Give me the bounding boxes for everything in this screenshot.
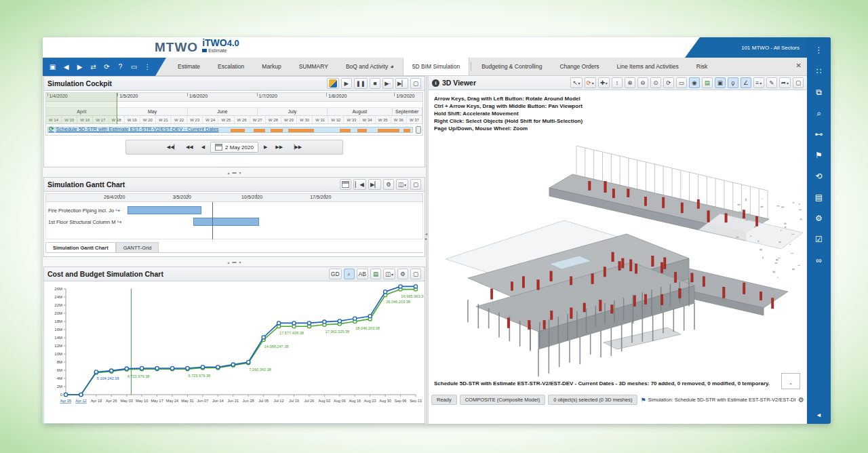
search-icon[interactable]: ⌕ bbox=[811, 105, 827, 121]
skip-last-icon[interactable]: ▕▶▶ bbox=[288, 143, 304, 151]
status-model[interactable]: COMPOSITE (Composite Model) bbox=[460, 395, 545, 405]
red-column[interactable] bbox=[543, 320, 545, 329]
cost-budget-line-chart[interactable]: 02M4M6M8M10M12M14M16M18M20M22M24M26MApr … bbox=[45, 283, 424, 410]
gantt-tab-simulation-gantt-chart[interactable]: Simulation Gantt Chart bbox=[45, 242, 116, 252]
settings-gear-icon[interactable]: ⚙ bbox=[798, 396, 804, 403]
tools-icon[interactable]: ⚙ bbox=[811, 210, 827, 226]
red-column[interactable] bbox=[772, 298, 774, 309]
zoom-in-icon[interactable]: ⊕ bbox=[625, 77, 635, 88]
device-icon[interactable] bbox=[416, 126, 421, 134]
zoom-out-icon[interactable]: ⊖ bbox=[637, 77, 648, 88]
blue-series-point[interactable] bbox=[323, 320, 326, 323]
gantt-bar[interactable] bbox=[127, 206, 201, 214]
collapse-arrow-icon[interactable]: ◄ bbox=[816, 412, 822, 418]
blue-series-point[interactable] bbox=[399, 285, 402, 288]
calendar-icon[interactable] bbox=[340, 179, 351, 190]
red-column[interactable] bbox=[743, 210, 745, 218]
forward-step-icon[interactable]: ▶ bbox=[261, 143, 270, 151]
bulb-icon[interactable]: ϙ bbox=[728, 77, 738, 88]
blue-series-point[interactable] bbox=[338, 319, 341, 323]
red-column[interactable] bbox=[599, 300, 601, 311]
red-column[interactable] bbox=[691, 273, 693, 282]
red-column[interactable] bbox=[522, 277, 524, 288]
blue-series-point[interactable] bbox=[110, 369, 113, 372]
red-column[interactable] bbox=[633, 296, 635, 307]
blue-series-point[interactable] bbox=[247, 360, 250, 363]
maximize-icon[interactable]: ▢ bbox=[410, 269, 421, 279]
collapse-panel-button[interactable]: ⌃ bbox=[781, 373, 800, 389]
red-column[interactable] bbox=[630, 260, 632, 271]
red-column[interactable] bbox=[652, 256, 654, 267]
stop-icon[interactable]: ■ bbox=[370, 78, 380, 89]
annotate-icon[interactable]: ✎ bbox=[766, 77, 777, 88]
red-column[interactable] bbox=[591, 274, 593, 284]
blue-series-point[interactable] bbox=[155, 366, 159, 370]
splitter-handle[interactable]: ▴▬▾ bbox=[43, 169, 425, 176]
message-flag-icon[interactable]: ⚑ bbox=[811, 147, 827, 163]
save-icon[interactable]: ▣ bbox=[47, 61, 58, 73]
red-column[interactable] bbox=[507, 318, 509, 328]
red-column[interactable] bbox=[725, 214, 727, 222]
blue-series-point[interactable] bbox=[307, 321, 311, 325]
labels-toggle-icon[interactable]: AB bbox=[357, 269, 368, 279]
tab-boq-and-activity[interactable]: BoQ and Activity◕ bbox=[337, 58, 403, 75]
chart-style-icon[interactable]: ◫▾ bbox=[383, 269, 395, 279]
maximize-icon[interactable]: ▢ bbox=[410, 78, 421, 89]
red-column[interactable] bbox=[644, 197, 646, 205]
play-icon[interactable]: ▶ bbox=[341, 78, 352, 89]
back-icon[interactable]: ◀ bbox=[60, 61, 72, 73]
back-step-icon[interactable]: ◀ bbox=[199, 143, 208, 151]
tab-risk[interactable]: Risk bbox=[688, 58, 717, 75]
goto-activity-icon[interactable]: ↪ bbox=[115, 208, 120, 214]
more-menu-icon[interactable]: ⋮ bbox=[811, 42, 827, 58]
apps-grid-icon[interactable]: ∷ bbox=[811, 63, 827, 79]
red-column[interactable] bbox=[604, 267, 606, 277]
orbit-icon[interactable]: ⟳▾ bbox=[585, 77, 596, 88]
tasks-icon[interactable]: ☑ bbox=[811, 231, 827, 248]
red-column[interactable] bbox=[612, 252, 614, 262]
red-column[interactable] bbox=[664, 258, 666, 269]
list-icon[interactable]: ≡▾ bbox=[753, 77, 764, 88]
maximize-icon[interactable]: ▢ bbox=[410, 179, 421, 190]
tab-5d-bim-simulation[interactable]: 5D BIM Simulation bbox=[403, 58, 469, 75]
fast-back-icon[interactable]: ◀◀ bbox=[183, 143, 196, 151]
forward-icon[interactable]: ▶ bbox=[74, 61, 85, 73]
history-icon[interactable]: ⟲ bbox=[811, 168, 827, 184]
camera-icon[interactable]: ◉ bbox=[689, 77, 700, 88]
blue-series-point[interactable] bbox=[125, 367, 128, 370]
red-column[interactable] bbox=[612, 189, 614, 197]
goto-activity-icon[interactable]: ↪ bbox=[117, 219, 122, 225]
blue-series-point[interactable] bbox=[292, 321, 296, 325]
settings-gear-icon[interactable]: ⚙ bbox=[397, 269, 408, 279]
red-column[interactable] bbox=[570, 308, 572, 319]
tab-escalation[interactable]: Escalation bbox=[209, 58, 253, 75]
chart-style-icon[interactable]: ◫▾ bbox=[396, 179, 408, 190]
red-column[interactable] bbox=[662, 197, 664, 208]
red-column[interactable] bbox=[528, 321, 530, 330]
link-icon[interactable]: ∞ bbox=[811, 252, 827, 269]
red-column[interactable] bbox=[583, 303, 585, 312]
select-arrow-icon[interactable]: ↖▾ bbox=[570, 77, 582, 88]
blue-series-point[interactable] bbox=[170, 366, 174, 370]
section-box-icon[interactable]: ▣ bbox=[715, 77, 726, 88]
red-column[interactable] bbox=[755, 216, 757, 226]
pan-icon[interactable]: ✚▾ bbox=[598, 77, 610, 88]
red-column[interactable] bbox=[743, 283, 745, 294]
blue-series-point[interactable] bbox=[201, 366, 204, 369]
tab-markup[interactable]: Markup bbox=[253, 58, 290, 75]
clipboard-icon[interactable]: ▤ bbox=[702, 77, 713, 88]
window-icon[interactable]: ▭ bbox=[128, 61, 140, 73]
red-column[interactable] bbox=[604, 181, 606, 193]
document-icon[interactable]: ▤ bbox=[811, 189, 827, 205]
red-column[interactable] bbox=[635, 264, 637, 273]
skip-end-icon[interactable]: ▶▏ bbox=[395, 78, 408, 89]
walk-icon[interactable]: ↕ bbox=[612, 77, 623, 88]
jump-start-icon[interactable]: ▏◀ bbox=[353, 179, 366, 190]
splitter-handle[interactable]: ▴▬▾ bbox=[43, 258, 425, 265]
cockpit-timescale[interactable]: 1/4/20201/5/20201/6/20201/7/20201/8/2020… bbox=[45, 92, 423, 136]
building-model[interactable] bbox=[429, 134, 808, 378]
compare-icon[interactable]: ⇄ bbox=[87, 61, 99, 73]
red-column[interactable] bbox=[611, 305, 613, 313]
zoom-select-icon[interactable]: ⌕ bbox=[344, 269, 355, 279]
blue-series-point[interactable] bbox=[140, 366, 144, 370]
